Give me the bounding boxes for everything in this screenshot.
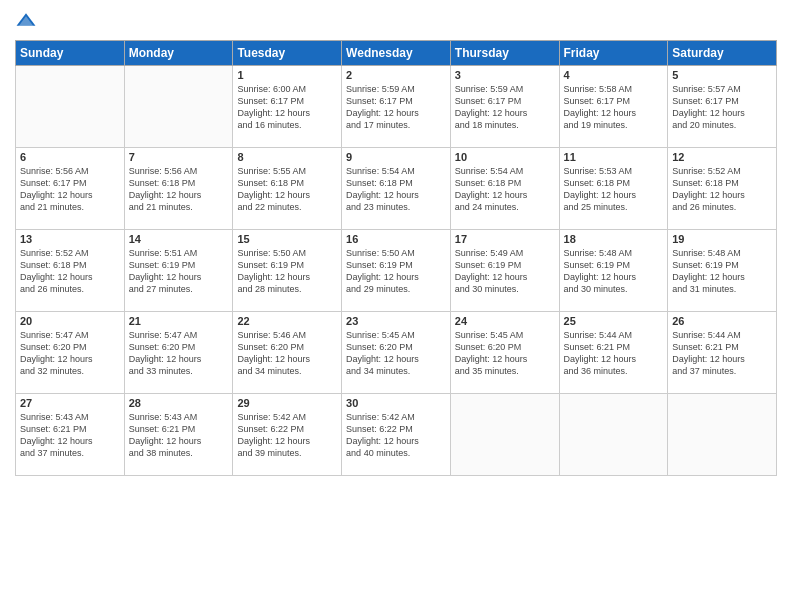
day-number: 9 xyxy=(346,151,446,163)
header-wednesday: Wednesday xyxy=(342,41,451,66)
calendar-cell: 27Sunrise: 5:43 AM Sunset: 6:21 PM Dayli… xyxy=(16,394,125,476)
day-number: 4 xyxy=(564,69,664,81)
header xyxy=(15,10,777,32)
day-number: 15 xyxy=(237,233,337,245)
day-info: Sunrise: 5:50 AM Sunset: 6:19 PM Dayligh… xyxy=(346,247,446,296)
day-info: Sunrise: 5:57 AM Sunset: 6:17 PM Dayligh… xyxy=(672,83,772,132)
header-saturday: Saturday xyxy=(668,41,777,66)
logo xyxy=(15,10,41,32)
header-friday: Friday xyxy=(559,41,668,66)
day-number: 23 xyxy=(346,315,446,327)
day-number: 28 xyxy=(129,397,229,409)
day-number: 14 xyxy=(129,233,229,245)
day-info: Sunrise: 5:43 AM Sunset: 6:21 PM Dayligh… xyxy=(129,411,229,460)
day-number: 10 xyxy=(455,151,555,163)
calendar-cell: 5Sunrise: 5:57 AM Sunset: 6:17 PM Daylig… xyxy=(668,66,777,148)
calendar-cell: 19Sunrise: 5:48 AM Sunset: 6:19 PM Dayli… xyxy=(668,230,777,312)
calendar-cell: 4Sunrise: 5:58 AM Sunset: 6:17 PM Daylig… xyxy=(559,66,668,148)
day-info: Sunrise: 5:50 AM Sunset: 6:19 PM Dayligh… xyxy=(237,247,337,296)
day-number: 7 xyxy=(129,151,229,163)
calendar-cell: 26Sunrise: 5:44 AM Sunset: 6:21 PM Dayli… xyxy=(668,312,777,394)
day-info: Sunrise: 5:59 AM Sunset: 6:17 PM Dayligh… xyxy=(455,83,555,132)
calendar-cell: 23Sunrise: 5:45 AM Sunset: 6:20 PM Dayli… xyxy=(342,312,451,394)
calendar-table: SundayMondayTuesdayWednesdayThursdayFrid… xyxy=(15,40,777,476)
day-number: 16 xyxy=(346,233,446,245)
day-info: Sunrise: 6:00 AM Sunset: 6:17 PM Dayligh… xyxy=(237,83,337,132)
calendar-cell: 20Sunrise: 5:47 AM Sunset: 6:20 PM Dayli… xyxy=(16,312,125,394)
day-info: Sunrise: 5:56 AM Sunset: 6:18 PM Dayligh… xyxy=(129,165,229,214)
day-number: 19 xyxy=(672,233,772,245)
calendar-cell: 18Sunrise: 5:48 AM Sunset: 6:19 PM Dayli… xyxy=(559,230,668,312)
header-monday: Monday xyxy=(124,41,233,66)
calendar-cell: 7Sunrise: 5:56 AM Sunset: 6:18 PM Daylig… xyxy=(124,148,233,230)
day-info: Sunrise: 5:44 AM Sunset: 6:21 PM Dayligh… xyxy=(564,329,664,378)
day-number: 22 xyxy=(237,315,337,327)
day-number: 3 xyxy=(455,69,555,81)
day-info: Sunrise: 5:45 AM Sunset: 6:20 PM Dayligh… xyxy=(346,329,446,378)
calendar-cell: 12Sunrise: 5:52 AM Sunset: 6:18 PM Dayli… xyxy=(668,148,777,230)
calendar-cell xyxy=(124,66,233,148)
calendar-cell: 30Sunrise: 5:42 AM Sunset: 6:22 PM Dayli… xyxy=(342,394,451,476)
header-row: SundayMondayTuesdayWednesdayThursdayFrid… xyxy=(16,41,777,66)
day-info: Sunrise: 5:56 AM Sunset: 6:17 PM Dayligh… xyxy=(20,165,120,214)
calendar-cell: 16Sunrise: 5:50 AM Sunset: 6:19 PM Dayli… xyxy=(342,230,451,312)
week-row-5: 27Sunrise: 5:43 AM Sunset: 6:21 PM Dayli… xyxy=(16,394,777,476)
day-number: 12 xyxy=(672,151,772,163)
day-number: 1 xyxy=(237,69,337,81)
day-info: Sunrise: 5:45 AM Sunset: 6:20 PM Dayligh… xyxy=(455,329,555,378)
week-row-3: 13Sunrise: 5:52 AM Sunset: 6:18 PM Dayli… xyxy=(16,230,777,312)
day-info: Sunrise: 5:43 AM Sunset: 6:21 PM Dayligh… xyxy=(20,411,120,460)
calendar-cell xyxy=(16,66,125,148)
calendar-cell: 15Sunrise: 5:50 AM Sunset: 6:19 PM Dayli… xyxy=(233,230,342,312)
day-info: Sunrise: 5:53 AM Sunset: 6:18 PM Dayligh… xyxy=(564,165,664,214)
day-info: Sunrise: 5:54 AM Sunset: 6:18 PM Dayligh… xyxy=(455,165,555,214)
day-info: Sunrise: 5:42 AM Sunset: 6:22 PM Dayligh… xyxy=(346,411,446,460)
day-number: 8 xyxy=(237,151,337,163)
calendar-cell: 6Sunrise: 5:56 AM Sunset: 6:17 PM Daylig… xyxy=(16,148,125,230)
calendar-cell: 24Sunrise: 5:45 AM Sunset: 6:20 PM Dayli… xyxy=(450,312,559,394)
day-number: 2 xyxy=(346,69,446,81)
day-number: 30 xyxy=(346,397,446,409)
day-info: Sunrise: 5:48 AM Sunset: 6:19 PM Dayligh… xyxy=(564,247,664,296)
logo-icon xyxy=(15,10,37,32)
calendar-cell: 9Sunrise: 5:54 AM Sunset: 6:18 PM Daylig… xyxy=(342,148,451,230)
day-info: Sunrise: 5:42 AM Sunset: 6:22 PM Dayligh… xyxy=(237,411,337,460)
calendar-cell: 21Sunrise: 5:47 AM Sunset: 6:20 PM Dayli… xyxy=(124,312,233,394)
calendar-cell: 2Sunrise: 5:59 AM Sunset: 6:17 PM Daylig… xyxy=(342,66,451,148)
calendar-cell: 11Sunrise: 5:53 AM Sunset: 6:18 PM Dayli… xyxy=(559,148,668,230)
calendar-cell xyxy=(668,394,777,476)
calendar-cell: 22Sunrise: 5:46 AM Sunset: 6:20 PM Dayli… xyxy=(233,312,342,394)
calendar-cell: 29Sunrise: 5:42 AM Sunset: 6:22 PM Dayli… xyxy=(233,394,342,476)
header-thursday: Thursday xyxy=(450,41,559,66)
calendar-cell xyxy=(559,394,668,476)
day-number: 26 xyxy=(672,315,772,327)
day-info: Sunrise: 5:54 AM Sunset: 6:18 PM Dayligh… xyxy=(346,165,446,214)
day-number: 24 xyxy=(455,315,555,327)
calendar-cell: 17Sunrise: 5:49 AM Sunset: 6:19 PM Dayli… xyxy=(450,230,559,312)
day-info: Sunrise: 5:49 AM Sunset: 6:19 PM Dayligh… xyxy=(455,247,555,296)
day-info: Sunrise: 5:52 AM Sunset: 6:18 PM Dayligh… xyxy=(672,165,772,214)
calendar-cell: 3Sunrise: 5:59 AM Sunset: 6:17 PM Daylig… xyxy=(450,66,559,148)
calendar-page: SundayMondayTuesdayWednesdayThursdayFrid… xyxy=(0,0,792,612)
day-info: Sunrise: 5:59 AM Sunset: 6:17 PM Dayligh… xyxy=(346,83,446,132)
day-number: 6 xyxy=(20,151,120,163)
calendar-cell xyxy=(450,394,559,476)
day-number: 17 xyxy=(455,233,555,245)
calendar-cell: 14Sunrise: 5:51 AM Sunset: 6:19 PM Dayli… xyxy=(124,230,233,312)
header-tuesday: Tuesday xyxy=(233,41,342,66)
day-info: Sunrise: 5:48 AM Sunset: 6:19 PM Dayligh… xyxy=(672,247,772,296)
day-info: Sunrise: 5:46 AM Sunset: 6:20 PM Dayligh… xyxy=(237,329,337,378)
day-number: 18 xyxy=(564,233,664,245)
week-row-1: 1Sunrise: 6:00 AM Sunset: 6:17 PM Daylig… xyxy=(16,66,777,148)
day-number: 25 xyxy=(564,315,664,327)
calendar-cell: 8Sunrise: 5:55 AM Sunset: 6:18 PM Daylig… xyxy=(233,148,342,230)
calendar-cell: 1Sunrise: 6:00 AM Sunset: 6:17 PM Daylig… xyxy=(233,66,342,148)
week-row-4: 20Sunrise: 5:47 AM Sunset: 6:20 PM Dayli… xyxy=(16,312,777,394)
week-row-2: 6Sunrise: 5:56 AM Sunset: 6:17 PM Daylig… xyxy=(16,148,777,230)
day-number: 13 xyxy=(20,233,120,245)
day-info: Sunrise: 5:58 AM Sunset: 6:17 PM Dayligh… xyxy=(564,83,664,132)
day-info: Sunrise: 5:47 AM Sunset: 6:20 PM Dayligh… xyxy=(129,329,229,378)
day-info: Sunrise: 5:55 AM Sunset: 6:18 PM Dayligh… xyxy=(237,165,337,214)
day-number: 29 xyxy=(237,397,337,409)
calendar-cell: 28Sunrise: 5:43 AM Sunset: 6:21 PM Dayli… xyxy=(124,394,233,476)
